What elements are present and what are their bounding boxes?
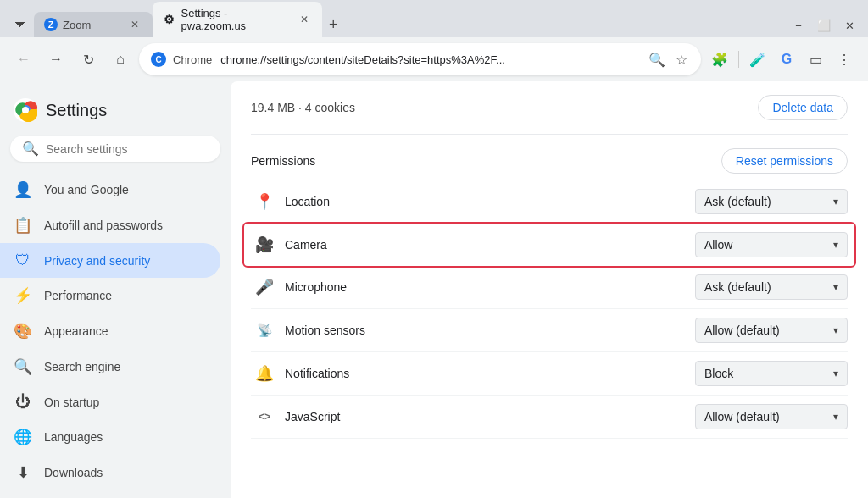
sidebar: Settings 🔍 👤 You and Google 📋 Autofill a… bbox=[0, 81, 231, 498]
delete-data-button[interactable]: Delete data bbox=[758, 95, 848, 120]
notifications-icon: 🔔 bbox=[251, 364, 278, 383]
microphone-name: Microphone bbox=[278, 280, 695, 294]
search-box[interactable]: 🔍 bbox=[10, 136, 220, 162]
camera-name: Camera bbox=[278, 238, 695, 252]
sidebar-item-languages[interactable]: 🌐 Languages bbox=[0, 419, 220, 455]
downloads-label: Downloads bbox=[44, 466, 103, 479]
back-button[interactable]: ← bbox=[10, 46, 37, 73]
javascript-name: JavaScript bbox=[278, 410, 695, 423]
tab-bar: ⏷ Z Zoom ✕ ⚙ Settings - pwa.zoom.us ✕ + … bbox=[0, 0, 868, 37]
search-icon: 🔍 bbox=[22, 141, 39, 157]
sidebar-item-downloads[interactable]: ⬇ Downloads bbox=[0, 455, 220, 490]
downloads-icon: ⬇ bbox=[14, 463, 32, 482]
appearance-icon: 🎨 bbox=[14, 322, 32, 340]
address-bar: ← → ↻ ⌂ C Chrome chrome://settings/conte… bbox=[0, 37, 868, 81]
sidebar-item-you-google[interactable]: 👤 You and Google bbox=[0, 172, 220, 208]
appearance-label: Appearance bbox=[44, 324, 108, 338]
url-favicon: C bbox=[151, 52, 166, 67]
notifications-chevron: ▾ bbox=[833, 368, 838, 379]
search-icon-url[interactable]: 🔍 bbox=[647, 50, 667, 69]
tab-settings[interactable]: ⚙ Settings - pwa.zoom.us ✕ bbox=[153, 2, 322, 37]
motion-chevron: ▾ bbox=[833, 324, 838, 336]
svg-point-2 bbox=[22, 107, 29, 113]
startup-icon: ⏻ bbox=[14, 393, 32, 411]
minimize-button[interactable]: − bbox=[787, 14, 810, 37]
you-google-icon: 👤 bbox=[14, 180, 32, 199]
maximize-button[interactable]: ⬜ bbox=[812, 14, 836, 37]
google-icon[interactable]: G bbox=[773, 46, 800, 73]
toolbar-icons: 🧩 🧪 G ▭ ⋮ bbox=[706, 46, 858, 73]
home-button[interactable]: ⌂ bbox=[107, 46, 134, 73]
search-label: Search engine bbox=[44, 360, 120, 374]
microphone-select[interactable]: Ask (default) ▾ bbox=[695, 274, 848, 300]
autofill-icon: 📋 bbox=[14, 216, 32, 235]
tab-zoom-title: Zoom bbox=[63, 19, 91, 31]
sidebar-item-appearance[interactable]: 🎨 Appearance bbox=[0, 313, 220, 349]
tab-settings-close[interactable]: ✕ bbox=[298, 12, 312, 27]
notifications-value: Block bbox=[704, 367, 733, 380]
location-chevron: ▾ bbox=[833, 196, 838, 208]
sidebar-item-accessibility[interactable]: ♿ Accessibility bbox=[0, 490, 220, 498]
search-input[interactable] bbox=[46, 142, 209, 156]
camera-icon: 🎥 bbox=[251, 235, 278, 254]
extensions-icon[interactable]: 🧩 bbox=[706, 46, 733, 73]
location-icon: 📍 bbox=[251, 192, 278, 211]
permission-row-motion: 📡 Motion sensors Allow (default) ▾ bbox=[251, 309, 848, 352]
permission-row-camera: 🎥 Camera Allow ▾ bbox=[244, 224, 854, 266]
tab-zoom-close[interactable]: ✕ bbox=[127, 17, 142, 32]
javascript-icon: <> bbox=[251, 411, 278, 423]
sidebar-item-autofill[interactable]: 📋 Autofill and passwords bbox=[0, 208, 220, 243]
motion-select[interactable]: Allow (default) ▾ bbox=[695, 318, 848, 343]
new-tab-button[interactable]: + bbox=[322, 13, 345, 37]
sidebar-item-search[interactable]: 🔍 Search engine bbox=[0, 349, 220, 385]
javascript-value: Allow (default) bbox=[704, 410, 780, 423]
permissions-title: Permissions bbox=[251, 154, 315, 168]
camera-select[interactable]: Allow ▾ bbox=[695, 232, 848, 257]
permission-row-microphone: 🎤 Microphone Ask (default) ▾ bbox=[251, 266, 848, 309]
you-google-label: You and Google bbox=[44, 183, 129, 196]
url-prefix: Chrome bbox=[173, 53, 212, 66]
more-icon[interactable]: ⋮ bbox=[831, 46, 858, 73]
content-area: 19.4 MB · 4 cookies Delete data Permissi… bbox=[231, 81, 868, 498]
microphone-icon: 🎤 bbox=[251, 278, 278, 296]
toolbar-divider bbox=[738, 51, 739, 68]
permission-row-location: 📍 Location Ask (default) ▾ bbox=[251, 180, 848, 224]
sidebar-item-performance[interactable]: ⚡ Performance bbox=[0, 278, 220, 313]
languages-label: Languages bbox=[44, 430, 103, 444]
lab-icon[interactable]: 🧪 bbox=[744, 46, 771, 73]
settings-title: Settings bbox=[46, 101, 107, 120]
camera-chevron: ▾ bbox=[833, 239, 838, 251]
tab-zoom[interactable]: Z Zoom ✕ bbox=[34, 12, 153, 37]
permission-row-javascript: <> JavaScript Allow (default) ▾ bbox=[251, 396, 848, 439]
motion-value: Allow (default) bbox=[704, 324, 780, 337]
bookmark-icon[interactable]: ☆ bbox=[674, 50, 689, 69]
url-box[interactable]: C Chrome chrome://settings/content/siteD… bbox=[139, 43, 701, 75]
location-select[interactable]: Ask (default) ▾ bbox=[695, 189, 848, 214]
sidebar-item-privacy[interactable]: 🛡 Privacy and security bbox=[0, 243, 220, 278]
privacy-label: Privacy and security bbox=[44, 254, 150, 268]
sidebar-item-startup[interactable]: ⏻ On startup bbox=[0, 385, 220, 419]
storage-info: 19.4 MB · 4 cookies bbox=[251, 101, 355, 114]
reload-button[interactable]: ↻ bbox=[75, 46, 102, 73]
reset-permissions-button[interactable]: Reset permissions bbox=[721, 148, 848, 174]
chrome-logo bbox=[14, 98, 37, 122]
sidebar-header: Settings bbox=[0, 88, 231, 136]
forward-button[interactable]: → bbox=[42, 46, 70, 73]
microphone-chevron: ▾ bbox=[833, 281, 838, 293]
microphone-value: Ask (default) bbox=[704, 280, 771, 294]
location-value: Ask (default) bbox=[704, 195, 771, 208]
javascript-select[interactable]: Allow (default) ▾ bbox=[695, 404, 848, 429]
close-button[interactable]: ✕ bbox=[837, 14, 861, 37]
content-inner: 19.4 MB · 4 cookies Delete data Permissi… bbox=[231, 81, 868, 439]
notifications-select[interactable]: Block ▾ bbox=[695, 361, 848, 386]
tab-history-btn[interactable]: ⏷ bbox=[7, 12, 34, 37]
main-area: Settings 🔍 👤 You and Google 📋 Autofill a… bbox=[0, 81, 868, 498]
motion-icon: 📡 bbox=[251, 323, 278, 338]
privacy-icon: 🛡 bbox=[14, 252, 32, 269]
permission-row-notifications: 🔔 Notifications Block ▾ bbox=[251, 352, 848, 396]
storage-row: 19.4 MB · 4 cookies Delete data bbox=[251, 81, 848, 135]
camera-value: Allow bbox=[704, 238, 732, 252]
javascript-chevron: ▾ bbox=[833, 411, 838, 423]
sidebar-icon[interactable]: ▭ bbox=[802, 46, 829, 73]
location-name: Location bbox=[278, 195, 695, 208]
